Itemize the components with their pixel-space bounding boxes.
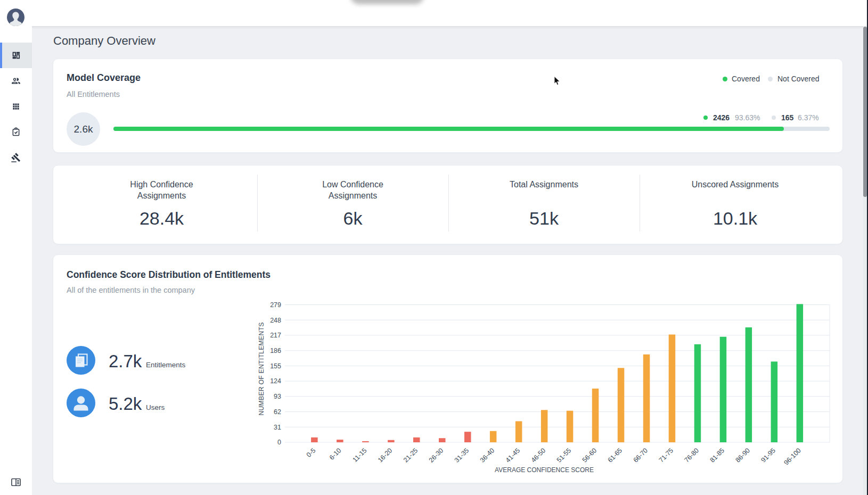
svg-text:6-10: 6-10 [328,447,343,461]
svg-text:81-85: 81-85 [709,447,726,464]
svg-text:26-30: 26-30 [428,447,445,464]
svg-text:56-60: 56-60 [581,447,599,464]
svg-text:61-65: 61-65 [607,447,624,464]
svg-text:76-80: 76-80 [683,447,701,464]
svg-text:186: 186 [270,347,281,354]
svg-text:0-5: 0-5 [305,447,317,459]
svg-text:86-90: 86-90 [734,447,752,464]
svg-text:91-95: 91-95 [760,447,777,464]
svg-text:124: 124 [270,377,281,385]
svg-text:51-55: 51-55 [555,447,573,464]
svg-text:36-40: 36-40 [479,447,496,464]
svg-text:248: 248 [270,317,281,324]
svg-text:31-35: 31-35 [453,447,471,464]
svg-text:21-25: 21-25 [402,447,420,464]
svg-text:217: 217 [270,332,281,339]
svg-text:155: 155 [270,362,281,370]
svg-text:46-50: 46-50 [530,447,547,464]
svg-text:93: 93 [274,393,281,400]
svg-text:62: 62 [274,408,281,416]
svg-text:0: 0 [277,439,281,446]
svg-text:NUMBER OF ENTITLEMENTS: NUMBER OF ENTITLEMENTS [258,322,265,415]
svg-text:279: 279 [270,301,281,309]
svg-text:11-15: 11-15 [351,447,369,464]
svg-text:AVERAGE CONFIDENCE SCORE: AVERAGE CONFIDENCE SCORE [495,466,594,474]
svg-text:41-45: 41-45 [504,447,522,464]
svg-text:96-100: 96-100 [782,447,802,466]
svg-text:16-20: 16-20 [376,447,394,464]
svg-text:66-70: 66-70 [632,447,650,464]
svg-text:31: 31 [274,424,281,431]
svg-text:71-75: 71-75 [658,447,675,464]
